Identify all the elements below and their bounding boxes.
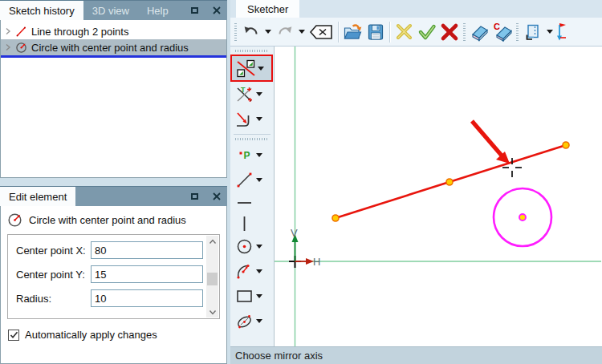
close-sketch-button[interactable] (438, 21, 460, 43)
sketch-canvas[interactable]: V H (275, 47, 602, 346)
clear-constraints-button[interactable]: C (491, 21, 513, 43)
tree-item-circle[interactable]: Circle with center point and radius (1, 39, 226, 55)
tab-3d-view[interactable]: 3D view (83, 1, 138, 20)
red-cross-icon (440, 22, 459, 42)
undo-button[interactable] (240, 21, 262, 43)
redo-icon (275, 22, 295, 42)
line-mid-point (446, 179, 453, 185)
tree-item-label: Circle with center point and radius (31, 42, 189, 54)
scroll-down-button[interactable] (206, 306, 218, 317)
sketcher-tabbar: Sketcher (230, 0, 602, 18)
toolbar-separator (389, 22, 390, 42)
chevron-down-icon (547, 30, 553, 34)
erase-button[interactable] (469, 21, 490, 43)
toolbar-grip[interactable] (516, 23, 519, 41)
tree-item-line[interactable]: Line through 2 points (1, 23, 226, 39)
tab-sketch-history[interactable]: Sketch history (0, 1, 83, 20)
element-header: Circle with center point and radius (1, 206, 226, 231)
sketch-line[interactable] (332, 142, 569, 221)
tab-sketcher[interactable]: Sketcher (236, 0, 299, 18)
redo-button[interactable] (274, 21, 295, 43)
radius-input[interactable] (91, 289, 203, 307)
horizontal-line-tool-button[interactable] (230, 192, 274, 213)
arc-tool-button[interactable] (230, 259, 274, 284)
point-letter: P (243, 150, 250, 161)
circle-icon (15, 42, 27, 54)
scrollbar-thumb[interactable] (207, 273, 218, 285)
horizontal-line-icon (234, 195, 254, 211)
maximize-button[interactable] (184, 1, 205, 20)
chevron-down-icon (256, 117, 262, 121)
green-check-icon (417, 22, 437, 42)
chevron-down-icon (265, 30, 271, 34)
rectangle-tool-button[interactable] (230, 284, 274, 309)
accept-sketch-button[interactable] (416, 21, 437, 43)
v-axis-label: V (291, 227, 298, 239)
sketch-history-panel: Sketch history 3D view Help (0, 0, 227, 178)
dimension-button[interactable] (555, 21, 570, 43)
eraser-icon (470, 22, 490, 42)
toolbar-separator (338, 22, 339, 42)
trim-tool-button[interactable]: T (230, 82, 274, 107)
tab-help[interactable]: Help (138, 1, 177, 20)
open-button[interactable] (342, 21, 364, 43)
auto-apply-checkbox[interactable] (8, 330, 19, 341)
point-tool-button[interactable]: P (230, 143, 274, 168)
tree-item-label: Line through 2 points (31, 26, 128, 38)
redo-dropdown[interactable] (296, 21, 307, 43)
ellipse-tool-button[interactable] (230, 309, 274, 334)
chevron-right-icon[interactable] (5, 27, 11, 35)
chevron-down-icon (256, 178, 262, 182)
backspace-icon (309, 23, 333, 41)
chevron-right-icon[interactable] (5, 43, 11, 51)
toolbar-grip[interactable] (234, 23, 237, 41)
line-icon (15, 26, 27, 38)
toolbar-grip[interactable] (235, 138, 269, 140)
close-button[interactable] (205, 1, 227, 20)
chevron-down-icon (256, 153, 262, 157)
vertical-line-tool-button[interactable] (230, 213, 274, 234)
open-folder-icon (343, 22, 363, 42)
parameters-group: Center point X: Center point Y: Radius: (7, 234, 220, 319)
titlebar-spacer (75, 187, 184, 206)
mirror-tool-button[interactable] (230, 55, 273, 82)
maximize-icon (191, 193, 198, 200)
element-type-label: Circle with center point and radius (29, 214, 186, 226)
edit-element-body: Circle with center point and radius Cent… (0, 206, 227, 364)
scroll-up-button[interactable] (206, 236, 218, 247)
cancel-sketch-button[interactable] (393, 21, 415, 43)
save-button[interactable] (364, 21, 386, 43)
fillet-tool-button[interactable] (230, 107, 274, 131)
toolbar-grip[interactable] (235, 50, 269, 52)
undo-dropdown[interactable] (262, 21, 273, 43)
center-x-input[interactable] (91, 241, 203, 259)
trim-letter: T (241, 86, 246, 94)
history-tree: Line through 2 points Circle with center… (0, 20, 227, 178)
field-label: Center point X: (16, 245, 91, 257)
parameters-scrollbar[interactable] (206, 236, 218, 317)
origin-marker[interactable] (289, 234, 314, 268)
sketch-plane-button[interactable] (522, 21, 543, 43)
circle-tool-button[interactable] (230, 234, 274, 259)
sketcher-toolbar: C (230, 18, 602, 47)
mirror-icon (236, 59, 256, 79)
close-button[interactable] (205, 187, 227, 206)
history-titlebar: Sketch history 3D view Help (0, 0, 227, 20)
status-bar: Choose mirror axis (230, 346, 602, 364)
chevron-down-icon (256, 92, 262, 96)
center-y-input[interactable] (91, 265, 203, 283)
tab-edit-element[interactable]: Edit element (0, 187, 75, 206)
sketch-circle[interactable] (494, 188, 551, 246)
toolbar-grip[interactable] (463, 23, 466, 41)
line-start-point (332, 215, 339, 221)
line-tool-button[interactable] (230, 168, 274, 192)
maximize-icon (191, 7, 198, 14)
maximize-button[interactable] (184, 187, 205, 206)
line-end-point (563, 142, 569, 148)
auto-apply-row[interactable]: Automatically apply changes (8, 329, 226, 341)
chevron-up-icon (209, 239, 217, 245)
ellipse-icon (234, 311, 254, 331)
delete-button[interactable] (307, 21, 335, 43)
sketch-plane-dropdown[interactable] (544, 21, 555, 43)
chevron-down-icon (256, 294, 262, 298)
